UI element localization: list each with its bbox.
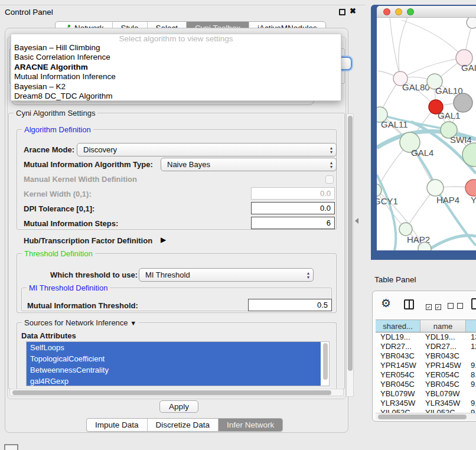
algorithm-option[interactable]: Bayesian – K2 [11,82,341,92]
network-node[interactable] [399,223,412,236]
splitter-handle-icon[interactable] [355,218,358,224]
data-attribute-item[interactable]: TopologicalCoefficient [27,353,321,364]
collapse-arrow-icon[interactable]: ▼ [130,319,136,327]
settings-vscrollbar[interactable] [346,113,354,397]
network-node-label: GAL11 [381,119,408,129]
algorithm-list: Bayesian – Hill ClimbingBasic Correlatio… [11,43,341,101]
cyni-mode-tabs: Impute DataDiscretize DataInfer Network [86,418,283,432]
deselect-checkboxes-icon[interactable] [448,302,463,311]
table-cell: YBL079W [376,389,420,399]
split-columns-icon[interactable] [404,299,414,309]
table-panel-window: ⚙ ✓ ✓ shared...name YDL19...YDL19...13YD… [372,291,476,422]
data-attribute-item[interactable]: gal4RGexp [27,376,321,386]
minimize-window-icon[interactable] [395,8,402,15]
tab-discretize-data[interactable]: Discretize Data [147,419,219,431]
kernel-width-field: 0.0 [251,187,335,200]
aracne-mode-combo[interactable]: Discovery ▴▾ [77,143,337,156]
table-cell: YIL052C [376,408,420,413]
algorithm-option[interactable]: ARACNE Algorithm [11,63,341,72]
table-row[interactable]: YBL079WYBL079W [376,389,476,399]
network-node[interactable] [465,180,476,196]
algorithm-option[interactable]: Mutual Information Inference [11,72,341,81]
table-panel-title: Table Panel [374,275,416,284]
table-cell: YBL079W [420,389,466,399]
table-cell: YLR345W [376,399,420,408]
network-node-label: SWI4 [450,135,472,145]
network-node-label: GAL [461,63,476,73]
sources-title: Sources for Network Inference ▼ [22,318,139,327]
mi-type-combo[interactable]: Naive Bayes ▴▾ [161,158,337,171]
expand-arrow-icon[interactable]: ▶ [161,236,166,244]
table-cell: 8. [466,370,476,380]
table-cell: YBR043C [376,351,420,361]
hub-section-label[interactable]: Hub/Transcription Factor Definition [24,236,152,245]
control-panel-titlebar: Control Panel ✖ [0,5,365,19]
table-header: shared...name [376,319,476,332]
column-header[interactable]: shared... [376,320,420,332]
table-row[interactable]: YBR045CYBR045C9. [376,380,476,389]
new-table-icon[interactable] [471,298,476,309]
table-cell: 13 [466,332,476,342]
table-row[interactable]: YER054CYER054C8. [376,370,476,380]
table-row[interactable]: YDR27...YDR27...12 [376,342,476,351]
network-canvas[interactable]: GALGAL80GAL10GAL1GAL11SWI4GAL4GCY1HAP4YH… [377,18,476,250]
select-all-checkboxes-icon[interactable]: ✓ ✓ [426,302,441,311]
algorithm-dropdown-popup: Select algorithm to view settings Bayesi… [11,34,341,101]
table-cell: YBR045C [420,380,466,389]
attributes-vscrollbar[interactable] [322,342,329,386]
table-row[interactable]: YBR043CYBR043C [376,351,476,361]
mi-threshold-title: MI Threshold Definition [27,283,110,292]
network-node[interactable] [427,180,444,196]
algorithm-option[interactable]: Dream8 DC_TDC Algorithm [11,92,341,101]
mi-threshold-field[interactable]: 0.5 [248,299,332,311]
data-attribute-item[interactable]: SelfLoops [27,342,321,353]
mi-steps-label: Mutual Information Steps: [24,219,118,228]
algorithm-option[interactable]: Bayesian – Hill Climbing [11,43,341,53]
table-cell: YIL052C [420,408,466,413]
close-panel-icon[interactable]: ✖ [350,6,356,15]
gear-icon[interactable]: ⚙ [381,298,391,309]
network-node[interactable] [462,143,476,167]
settings-hscrollbar[interactable] [9,389,344,396]
algorithm-placeholder: Select algorithm to view settings [11,34,341,43]
network-window-titlebar[interactable] [377,6,476,18]
table-cell: YLR345W [420,399,466,408]
network-node-label: GAL1 [438,110,460,120]
column-header[interactable]: name [420,320,466,332]
table-cell: YDL19... [420,332,466,342]
table-hscrollbar[interactable] [376,413,476,420]
table-row[interactable]: YDL19...YDL19...13 [376,332,476,342]
algorithm-option[interactable]: Basic Correlation Inference [11,53,341,62]
tab-impute-data[interactable]: Impute Data [87,419,147,431]
network-node[interactable] [454,93,472,112]
column-header[interactable] [466,320,476,332]
minimized-panel-icon[interactable] [4,444,18,450]
table-row[interactable]: YLR345WYLR345W9. [376,399,476,408]
network-window: GALGAL80GAL10GAL1GAL11SWI4GAL4GCY1HAP4YH… [371,5,476,260]
network-node-label: Y [471,195,476,205]
table-body: YDL19...YDL19...13YDR27...YDR27...12YBR0… [376,332,476,413]
data-attribute-item[interactable]: BetweennessCentrality [27,364,321,376]
table-row[interactable]: YIL052CYIL052C9 [376,408,476,413]
network-edge [402,20,464,58]
which-threshold-combo[interactable]: MI Threshold ▴▾ [139,268,314,282]
tab-infer-network[interactable]: Infer Network [218,419,282,431]
network-node[interactable] [467,18,476,28]
data-attributes-list[interactable]: SelfLoopsTopologicalCoefficientBetweenne… [26,341,330,386]
table-cell: YDR27... [420,342,466,351]
kernel-width-label: Kernel Width (0,1): [24,190,92,198]
table-cell [466,389,476,399]
table-cell: YBR045C [376,380,420,389]
table-row[interactable]: YPR145WYPR145W9. [376,361,476,370]
manual-kernel-checkbox[interactable] [325,175,334,184]
network-node-label: GAL4 [411,148,433,158]
mi-type-label: Mutual Information Algorithm Type: [24,160,153,169]
zoom-window-icon[interactable] [407,8,414,15]
mi-steps-field[interactable]: 6 [251,217,335,229]
dpi-tolerance-field[interactable]: 0.0 [251,202,335,214]
float-panel-icon[interactable] [339,9,345,15]
apply-button[interactable]: Apply [159,400,198,413]
table-cell: YPR145W [420,361,466,370]
close-window-icon[interactable] [383,8,390,15]
table-cell: 9. [466,380,476,389]
